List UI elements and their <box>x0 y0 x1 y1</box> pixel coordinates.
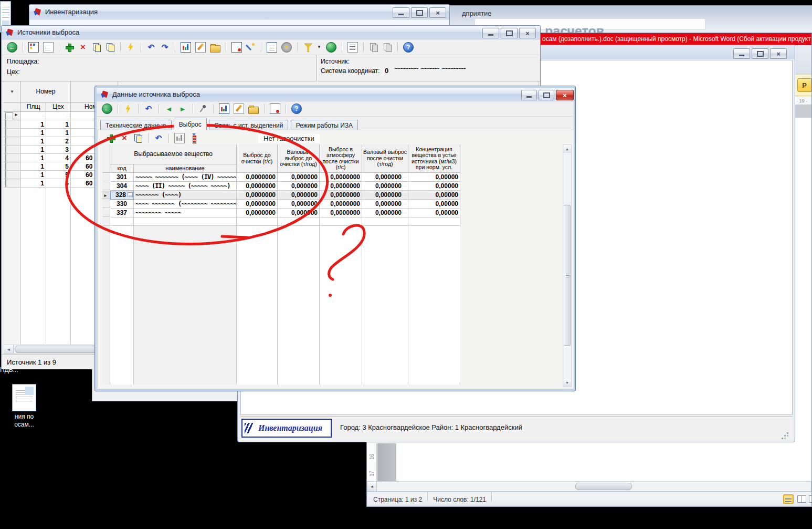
checklist-icon[interactable] <box>267 42 277 53</box>
list-icon[interactable] <box>347 42 358 53</box>
apply-icon[interactable] <box>123 104 133 113</box>
back-icon[interactable]: ← <box>7 42 17 53</box>
globe-icon[interactable] <box>326 42 336 53</box>
copy-page-icon[interactable] <box>369 43 378 52</box>
scrollbar-thumb[interactable] <box>575 483 632 490</box>
report-icon[interactable] <box>181 42 191 53</box>
prev-record-icon[interactable]: ◄ <box>164 104 174 113</box>
column-before-gs[interactable]: Выброс до очистки (г/с) <box>237 144 278 173</box>
column-concentration[interactable]: Концентрация вещества в устье источника … <box>408 144 460 173</box>
undo-icon[interactable]: ↶ <box>146 43 156 52</box>
export-icon[interactable] <box>210 45 220 53</box>
cell-ellipsis-button[interactable]: ... <box>128 192 133 197</box>
header-dropdown-icon[interactable]: ▼ <box>10 89 14 95</box>
wizard-icon[interactable] <box>246 43 256 52</box>
delete-substance-icon[interactable]: × <box>120 133 129 143</box>
copy-icon[interactable] <box>92 43 101 52</box>
next-record-icon[interactable]: ► <box>178 104 187 113</box>
filter-icon[interactable] <box>303 43 312 52</box>
word-status-page[interactable]: Страница: 1 из 2 <box>373 496 422 503</box>
view-web-icon[interactable] <box>809 495 812 503</box>
table-row-selected[interactable]: ► 328 ... ~~~~~~~ (~~~~) 0,0000000 0,000… <box>102 191 461 200</box>
pin-icon[interactable] <box>198 104 208 113</box>
resize-grip[interactable] <box>787 432 788 434</box>
close-button[interactable]: × <box>519 28 536 38</box>
scroll-down-button[interactable]: ▼ <box>563 379 571 387</box>
scroll-left-button[interactable]: ◄ <box>4 345 14 354</box>
maximize-button[interactable] <box>411 7 428 18</box>
add-icon[interactable] <box>65 43 74 52</box>
view-reading-icon[interactable] <box>797 495 806 503</box>
columns-icon[interactable] <box>28 42 39 53</box>
emission-table[interactable]: Выбрасываемое вещество код наименование … <box>102 144 461 385</box>
row-checkbox[interactable] <box>5 146 6 154</box>
minimize-button[interactable] <box>482 28 499 38</box>
column-after-gs[interactable]: Выброс в атмосферу после очистки (г/с) <box>320 144 362 173</box>
column-site[interactable]: Плщ <box>21 103 46 112</box>
emission-vertical-scrollbar[interactable]: ▲ ▼ <box>563 144 572 387</box>
gas-cleaning-icon[interactable] <box>189 133 198 143</box>
column-code[interactable]: код <box>110 164 134 173</box>
table-row[interactable]: 304... ~~~~ (II) ~~~~~ (~~~~~ ~~~~~) 0,0… <box>102 182 461 191</box>
scroll-left-button[interactable]: ◄ <box>367 482 377 491</box>
undo-icon[interactable]: ↶ <box>154 133 163 143</box>
row-checkbox[interactable] <box>5 112 13 120</box>
report-icon[interactable] <box>219 103 229 114</box>
delete-icon[interactable]: × <box>78 43 88 52</box>
redo-icon[interactable]: ↷ <box>160 43 170 52</box>
close-button[interactable]: × <box>429 7 446 18</box>
minimize-button[interactable] <box>733 48 750 59</box>
word-status-words[interactable]: Число слов: 1/121 <box>433 496 486 503</box>
row-checkbox[interactable] <box>5 179 6 188</box>
protected-view-button[interactable]: Р <box>797 78 811 92</box>
close-button[interactable]: × <box>556 90 574 100</box>
row-checkbox[interactable] <box>5 137 6 146</box>
inventory-window-title: Инвентаризация <box>45 8 98 16</box>
column-group-number[interactable]: Номер <box>21 81 71 103</box>
column-group-substance[interactable]: Выбрасываемое вещество <box>110 144 237 164</box>
scroll-up-button[interactable]: ▲ <box>563 145 571 153</box>
maximize-button[interactable] <box>539 90 554 100</box>
copy-substance-icon[interactable] <box>133 133 143 143</box>
scrollbar-thumb[interactable] <box>564 205 571 346</box>
desktop-doc-icon[interactable]: ния по осам... <box>0 384 48 429</box>
edit-document-icon[interactable] <box>195 42 206 53</box>
tab-emission[interactable]: Выброс <box>174 118 207 130</box>
table-row[interactable]: 337... ~~~~~~~~ ~~~~~ 0,0000000 0,000000… <box>102 209 461 217</box>
maximize-button[interactable] <box>501 28 518 38</box>
row-checkbox[interactable] <box>5 129 6 137</box>
row-checkbox[interactable] <box>5 120 6 129</box>
emission-sub-toolbar: × ↶ Нет газоочистки <box>101 131 563 145</box>
back-icon[interactable]: ← <box>102 103 112 114</box>
edit-document-icon[interactable] <box>234 103 244 114</box>
filter-dropdown-icon[interactable]: ▼ <box>317 43 322 52</box>
maximize-button[interactable] <box>752 48 768 59</box>
minimize-button[interactable] <box>393 7 409 18</box>
merge-icon[interactable] <box>270 103 280 114</box>
new-record-icon[interactable] <box>43 42 54 53</box>
table-row[interactable]: 301... ~~~~~ ~~~~~~~ (~~~~ (IV) ~~~~~~) … <box>102 173 461 182</box>
export-icon[interactable] <box>248 107 259 114</box>
row-checkbox[interactable] <box>5 162 6 171</box>
apply-icon[interactable] <box>126 43 135 52</box>
word-horizontal-scrollbar[interactable]: ◄ <box>367 481 811 492</box>
undo-icon[interactable]: ↶ <box>144 104 153 113</box>
table-row[interactable]: 330... ~~~~ ~~~~~~~ (~~~~~~~~ ~~~~~~~~~~… <box>102 200 461 209</box>
paste-page-icon[interactable] <box>383 43 392 52</box>
column-before-ty[interactable]: Валовый выброс до очистки (т/год) <box>278 144 320 173</box>
row-checkbox[interactable] <box>5 154 6 162</box>
minimize-button[interactable] <box>521 90 537 100</box>
view-print-layout-icon[interactable] <box>783 494 794 504</box>
merge-icon[interactable] <box>231 42 242 53</box>
row-checkbox[interactable] <box>5 171 6 179</box>
word-status-bar: Страница: 1 из 2 Число слов: 1/121 <box>367 492 811 506</box>
column-name[interactable]: наименование <box>134 164 237 173</box>
column-shop[interactable]: Цех <box>46 103 71 112</box>
settings-icon[interactable] <box>281 42 292 53</box>
help-icon[interactable]: ? <box>403 42 414 53</box>
column-after-ty[interactable]: Валовый выброс после очистки (т/год) <box>362 144 408 173</box>
close-button[interactable]: × <box>770 48 787 59</box>
help-icon[interactable]: ? <box>291 103 302 114</box>
copy-special-icon[interactable] <box>106 43 115 52</box>
add-substance-icon[interactable] <box>106 133 115 143</box>
